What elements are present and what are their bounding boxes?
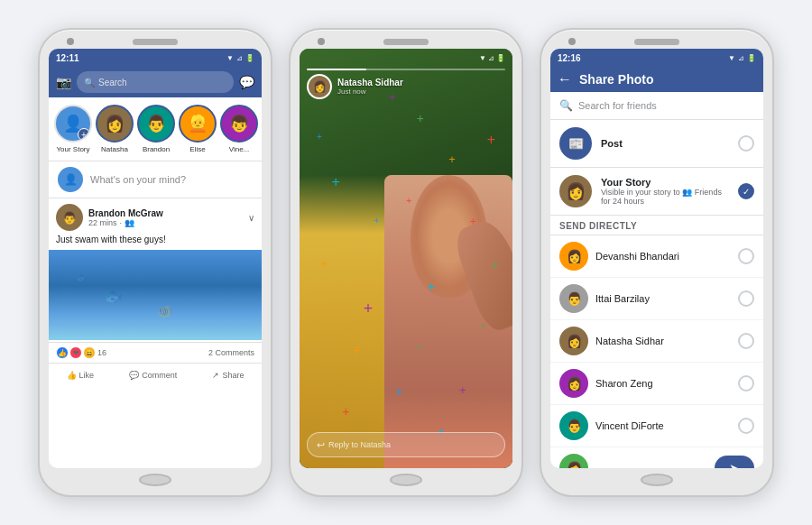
natasha-story-avatar: 👩: [96, 105, 134, 143]
plus-star: +: [491, 259, 498, 272]
your-story-share-avatar: 👩: [559, 175, 592, 207]
fish-icon-3: 🐟: [76, 272, 87, 282]
stories-row: 👤 + Your Story 👩 Natasha 👨 Brandon 👱: [49, 97, 262, 161]
news-feed-icon: 📰: [559, 127, 592, 160]
devanshi-radio[interactable]: [738, 248, 754, 264]
phone-screen-1: 12:11 ▼ ⊿ 🔋 📷 🔍 Search 💬 👤 + You: [49, 49, 262, 468]
share-search[interactable]: 🔍 Search for friends: [550, 92, 763, 120]
post-option-label: Post: [601, 138, 729, 149]
reply-placeholder: Reply to Natasha: [328, 440, 391, 449]
messenger-icon[interactable]: 💬: [239, 75, 254, 89]
plus-star: +: [364, 300, 374, 317]
ittai-name: Ittai Barzilay: [595, 293, 731, 304]
plus-star: +: [317, 133, 322, 142]
post-chevron-icon[interactable]: ∨: [248, 213, 254, 223]
back-button[interactable]: ←: [558, 71, 572, 88]
share-button[interactable]: ↗ Share: [205, 367, 251, 383]
post-time: 22 mins · 👥: [88, 218, 243, 227]
phone-home-button-3[interactable]: [641, 474, 673, 486]
plus-star: +: [470, 216, 476, 227]
post-reactions: 👍 ❤ 😄 16: [56, 346, 106, 359]
share-option-post[interactable]: 📰 Post: [550, 120, 763, 168]
story-radio[interactable]: [738, 183, 754, 199]
friend-item-vincent[interactable]: 👨 Vincent DiForte: [550, 405, 763, 447]
brandon-story-avatar: 👨: [137, 105, 175, 143]
brandon-story-label: Brandon: [143, 145, 170, 153]
story-signal-icon: ⊿: [488, 54, 494, 62]
story-reply: ↩ Reply to Natasha: [307, 432, 505, 457]
post-meta: Brandon McGraw 22 mins · 👥: [88, 208, 243, 227]
status-input[interactable]: 👤 What's on your mind?: [49, 161, 262, 198]
vincent-avatar: 👨: [559, 411, 588, 440]
natasha-story-label: Natasha: [101, 145, 128, 153]
like-button[interactable]: 👍 Like: [60, 367, 102, 383]
friend-item-ittai[interactable]: 👨 Ittai Barzilay: [550, 278, 763, 320]
vine-story-img: 👦: [222, 106, 256, 141]
story-item-vine[interactable]: 👦 Vine...: [220, 105, 258, 153]
plus-star: +: [353, 343, 361, 356]
search-icon: 🔍: [84, 78, 95, 88]
wifi-icon: ▼: [226, 54, 234, 62]
your-story-avatar: 👤 +: [54, 105, 92, 143]
like-icon: 👍: [56, 346, 69, 359]
status-avatar: 👤: [58, 167, 83, 192]
story-time: Just now: [337, 88, 505, 96]
haha-icon: 😄: [83, 346, 96, 359]
elise-story-img: 👱: [180, 106, 215, 141]
search-bar[interactable]: 🔍 Search: [77, 71, 234, 93]
plus-star: +: [487, 133, 495, 147]
phone-home-button-1[interactable]: [139, 474, 171, 486]
post-author-name: Brandon McGraw: [88, 208, 243, 218]
battery-icon: 🔋: [245, 54, 254, 62]
story-user-name: Natasha Sidhar: [337, 78, 505, 88]
story-item-yours[interactable]: 👤 + Your Story: [54, 105, 92, 153]
reply-input[interactable]: ↩ Reply to Natasha: [307, 432, 505, 457]
vine-story-label: Vine...: [229, 145, 250, 153]
vincent-name: Vincent DiForte: [595, 420, 731, 431]
phone-top-2: [296, 39, 516, 45]
post-radio[interactable]: [738, 135, 754, 152]
status-time-1: 12:11: [56, 53, 79, 63]
share-option-story[interactable]: 👩 Your Story Visible in your story to 👥 …: [550, 168, 763, 216]
ittai-radio[interactable]: [738, 290, 754, 307]
plus-star: +: [395, 384, 403, 398]
camera-icon[interactable]: 📷: [56, 75, 71, 89]
share-battery-icon: 🔋: [747, 54, 756, 62]
story-item-elise[interactable]: 👱 Elise: [179, 105, 217, 153]
status-icons-3: ▼ ⊿ 🔋: [728, 54, 756, 62]
sharon-radio[interactable]: [738, 375, 754, 391]
phone-screen-3: 12:16 ▼ ⊿ 🔋 ← Share Photo 🔍 Search for f…: [550, 49, 763, 468]
story-status-bar: ▼ ⊿ 🔋: [300, 49, 512, 67]
phone-2: ++++++++++++++++++++ ▼ ⊿ 🔋 👩 Natasha Sid…: [289, 28, 523, 497]
ittai-avatar: 👨: [559, 284, 588, 313]
friend-item-sharon[interactable]: 👩 Sharon Zeng: [550, 363, 763, 405]
phone-home-button-2[interactable]: [390, 474, 422, 486]
phone-top-1: [45, 39, 265, 45]
your-story-label: Your Story: [56, 145, 89, 153]
phone-speaker-1: [133, 39, 178, 45]
story-item-natasha[interactable]: 👩 Natasha: [96, 105, 134, 153]
natasha-radio[interactable]: [738, 333, 754, 349]
send-button[interactable]: ➤: [715, 456, 754, 468]
story-header: 👩 Natasha Sidhar Just now: [307, 74, 505, 99]
post-author-avatar: 👨: [56, 204, 83, 231]
extra-avatar: 👩: [559, 454, 588, 468]
fish-icon-1: 🐟: [103, 286, 123, 306]
share-header: ← Share Photo: [550, 67, 763, 92]
story-battery-icon: 🔋: [496, 54, 505, 62]
story-progress-fill: [307, 69, 366, 70]
comment-button[interactable]: 💬 Comment: [122, 367, 184, 383]
fb-header: 📷 🔍 Search 💬: [49, 67, 262, 97]
friend-item-natasha[interactable]: 👩 Natasha Sidhar: [550, 320, 763, 363]
story-user-avatar: 👩: [307, 74, 332, 99]
friend-item-extra[interactable]: 👩 ➤: [550, 447, 763, 468]
vincent-radio[interactable]: [738, 418, 754, 434]
person-right: [384, 175, 512, 469]
plus-star: +: [459, 384, 466, 396]
fish-icon-2: 🐠: [157, 304, 172, 318]
story-progress-bar: [307, 69, 505, 70]
story-item-brandon[interactable]: 👨 Brandon: [137, 105, 175, 153]
story-user-info: Natasha Sidhar Just now: [337, 78, 505, 96]
friend-item-devanshi[interactable]: 👩 Devanshi Bhandari: [550, 235, 763, 278]
devanshi-name: Devanshi Bhandari: [595, 251, 731, 262]
